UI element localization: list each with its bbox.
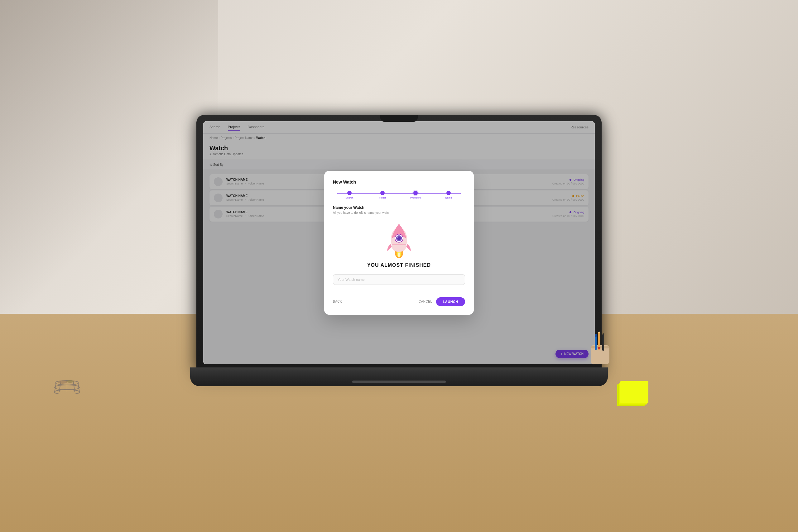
watch-name-input[interactable] [333, 274, 465, 285]
modal-title: New Watch [333, 179, 465, 185]
step-providers: Providers [399, 191, 432, 199]
step-label-folder: Folder [379, 196, 386, 199]
cancel-button[interactable]: CANCEL [419, 300, 432, 303]
svg-point-4 [397, 236, 398, 238]
laptop-outer: Search Projects Dashboard Ressources Hom… [196, 115, 602, 386]
svg-point-7 [398, 252, 400, 257]
step-label-providers: Providers [410, 196, 421, 199]
svg-point-27 [66, 380, 74, 383]
step-dot-search [347, 191, 352, 195]
camera-notch [380, 115, 418, 122]
step-label-search: Search [345, 196, 353, 199]
svg-rect-17 [595, 334, 596, 337]
button-group: CANCEL LAUNCH [419, 297, 465, 306]
app: Search Projects Dashboard Ressources Hom… [203, 121, 595, 364]
stepper: Search Folder Providers [333, 191, 465, 199]
step-folder: Folder [366, 191, 399, 199]
back-button[interactable]: BACK [333, 300, 342, 303]
laptop: Search Projects Dashboard Ressources Hom… [196, 115, 602, 386]
svg-marker-15 [602, 333, 604, 335]
modal-footer: BACK CANCEL LAUNCH [333, 297, 465, 306]
laptop-screen: Search Projects Dashboard Ressources Hom… [203, 121, 595, 364]
svg-rect-13 [598, 347, 601, 349]
rocket-text: YOU ALMOST FINISHED [367, 262, 431, 268]
svg-line-24 [73, 381, 75, 392]
svg-rect-8 [392, 244, 406, 245]
modal-section-subtitle: All you have to do left is name your wat… [333, 211, 465, 214]
launch-button[interactable]: LAUNCH [436, 297, 465, 306]
step-label-name: Name [445, 196, 452, 199]
svg-rect-30 [620, 381, 648, 403]
modal: New Watch Search [324, 171, 474, 315]
step-dot-folder [380, 191, 385, 195]
modal-section-title: Name your Watch [333, 205, 465, 210]
wire-basket [53, 372, 81, 395]
svg-rect-14 [602, 335, 604, 350]
laptop-base [190, 367, 608, 386]
step-name: Name [432, 191, 465, 199]
modal-overlay[interactable]: New Watch Search [203, 121, 595, 364]
step-dot-providers [413, 191, 418, 195]
pencil-cup [586, 331, 614, 367]
step-search: Search [333, 191, 366, 199]
rocket-svg [380, 220, 418, 260]
laptop-bezel: Search Projects Dashboard Ressources Hom… [196, 115, 602, 370]
step-dot-name [446, 191, 451, 195]
wall-shadow [0, 0, 218, 343]
svg-point-26 [58, 381, 67, 384]
sticky-notes [617, 381, 648, 407]
rocket-illustration: YOU ALMOST FINISHED [333, 220, 465, 268]
svg-marker-12 [598, 331, 601, 333]
